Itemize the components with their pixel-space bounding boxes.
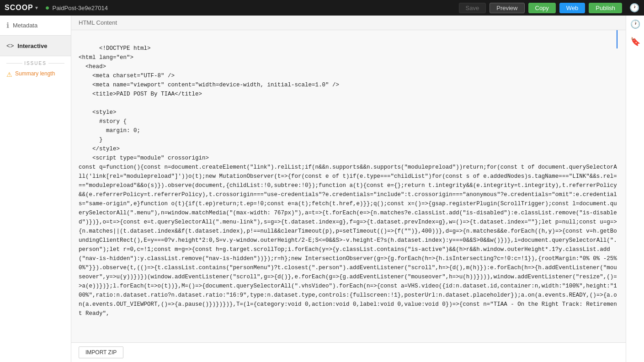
history-icon[interactable]: 🕐 bbox=[629, 3, 639, 13]
web-button[interactable]: Web bbox=[559, 3, 585, 13]
info-icon: ℹ bbox=[6, 21, 9, 30]
code-icon: <> bbox=[6, 42, 14, 49]
status-dot-icon: ● bbox=[45, 4, 50, 12]
issues-title-text: ISSUES bbox=[24, 61, 47, 66]
import-zip-button[interactable]: IMPORT ZIP bbox=[79, 346, 123, 358]
logo-chevron-icon[interactable]: ▾ bbox=[35, 5, 38, 11]
topbar: SCOOP ▾ ● PaidPost-3e9e27014 Save Previe… bbox=[0, 0, 644, 16]
bottom-bar: IMPORT ZIP bbox=[71, 342, 626, 362]
right-sidebar: 🕐 🔖 bbox=[626, 16, 644, 362]
issues-header: ISSUES bbox=[6, 61, 64, 66]
copy-button[interactable]: Copy bbox=[528, 3, 556, 13]
content-area: HTML Content <!DOCTYPE html> <html lang=… bbox=[71, 16, 626, 362]
history-sidebar-icon[interactable]: 🕐 bbox=[630, 19, 640, 29]
issues-divider-left bbox=[6, 63, 22, 64]
issue-item-summary-length[interactable]: ⚠ Summary length bbox=[6, 69, 64, 79]
sidebar-item-interactive[interactable]: <> Interactive bbox=[0, 36, 71, 56]
sidebar-metadata-label: Metadata bbox=[13, 22, 37, 29]
article-title: PaidPost-3e9e27014 bbox=[52, 5, 107, 11]
warning-icon: ⚠ bbox=[6, 71, 12, 78]
left-sidebar: ℹ Metadata <> Interactive ISSUES ⚠ Summa… bbox=[0, 16, 71, 362]
code-content: <!DOCTYPE html> <html lang="en"> <head> … bbox=[79, 45, 620, 317]
sidebar-issues-section: ISSUES ⚠ Summary length bbox=[0, 56, 71, 84]
publish-button[interactable]: Publish bbox=[589, 3, 622, 13]
issue-label-summary-length: Summary length bbox=[15, 70, 55, 78]
article-title-area: ● PaidPost-3e9e27014 bbox=[45, 4, 108, 12]
sidebar-interactive-label: Interactive bbox=[17, 43, 47, 49]
bookmark-sidebar-icon[interactable]: 🔖 bbox=[630, 37, 640, 47]
html-code-editor[interactable]: <!DOCTYPE html> <html lang="en"> <head> … bbox=[71, 30, 626, 342]
content-header: HTML Content bbox=[71, 16, 626, 30]
preview-button[interactable]: Preview bbox=[490, 3, 524, 13]
logo-area[interactable]: SCOOP ▾ bbox=[5, 4, 38, 12]
save-button[interactable]: Save bbox=[459, 3, 486, 13]
main-layout: ℹ Metadata <> Interactive ISSUES ⚠ Summa… bbox=[0, 16, 644, 362]
issues-divider-right bbox=[48, 63, 64, 64]
logo: SCOOP bbox=[5, 4, 33, 12]
text-cursor bbox=[617, 30, 617, 48]
sidebar-item-metadata[interactable]: ℹ Metadata bbox=[0, 16, 71, 36]
